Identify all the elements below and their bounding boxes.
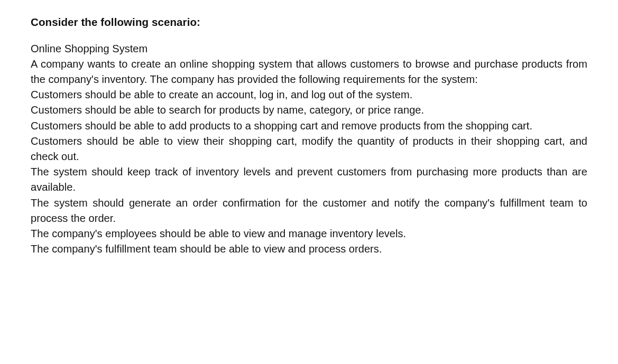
paragraph: Customers should be able to view their s… (31, 134, 587, 164)
scenario-body: Online Shopping SystemA company wants to… (31, 41, 587, 257)
document-page: Consider the following scenario: Online … (0, 0, 618, 272)
scenario-heading: Consider the following scenario: (31, 15, 587, 30)
paragraph: The system should generate an order conf… (31, 195, 587, 226)
paragraph: Customers should be able to add products… (31, 118, 587, 134)
paragraph: The company's employees should be able t… (31, 226, 587, 241)
paragraph: Customers should be able to search for p… (31, 102, 587, 118)
paragraph: Customers should be able to create an ac… (31, 87, 587, 102)
paragraph: The company's fulfillment team should be… (31, 241, 587, 257)
paragraph: A company wants to create an online shop… (31, 57, 587, 87)
paragraph: The system should keep track of inventor… (31, 164, 587, 195)
paragraph: Online Shopping System (31, 41, 587, 57)
